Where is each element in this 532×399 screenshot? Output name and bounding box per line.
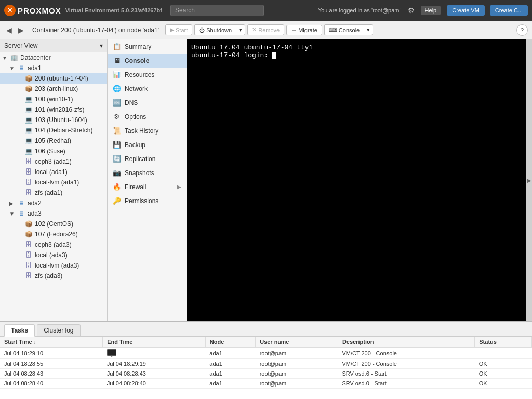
virtual-env-text: Virtual Environment 5.0-23/af4267bf xyxy=(65,7,162,14)
nav-label-replication: Replication xyxy=(125,155,155,163)
tree-item-ceph3-ada3[interactable]: 🗄ceph3 (ada3) xyxy=(0,240,107,250)
tree-label-local-lvm-ada1: local-lvm (ada1) xyxy=(35,179,79,186)
tree-icon-ada1: 🖥 xyxy=(17,64,26,72)
topbar: ✕ PROXMOX Virtual Environment 5.0-23/af4… xyxy=(0,0,532,21)
nav-item-options[interactable]: ⚙Options xyxy=(108,110,187,124)
logo-icon: ✕ xyxy=(4,5,16,16)
nav-label-resources: Resources xyxy=(125,71,154,78)
nav-item-console[interactable]: 🖥Console xyxy=(108,54,187,68)
nav-item-firewall[interactable]: 🔥Firewall▶ xyxy=(108,180,187,194)
col-description[interactable]: Description xyxy=(338,337,474,348)
cell-node-3: ada1 xyxy=(205,379,255,389)
task-table: Start Time ↓ End Time Node User name Des… xyxy=(0,337,532,399)
tree-item-zfs-ada1[interactable]: 🗄zfs (ada1) xyxy=(0,188,107,198)
server-view-header[interactable]: Server View ▾ xyxy=(0,39,107,52)
console-area[interactable]: Ubuntu 17.04 ubuntu-17-04 tty1 ubuntu-17… xyxy=(187,39,526,321)
tree-item-vm105[interactable]: 💻105 (Redhat) xyxy=(0,136,107,146)
help-icon-button[interactable]: ? xyxy=(516,24,528,36)
start-button[interactable]: ▶ Start xyxy=(165,24,192,35)
table-row[interactable]: Jul 04 18:28:55Jul 04 18:29:19ada1root@p… xyxy=(0,359,532,369)
table-row[interactable]: Jul 04 18:29:10ada1root@pamVM/CT 200 - C… xyxy=(0,348,532,359)
tree-item-ct107[interactable]: 📦107 (Fedora26) xyxy=(0,229,107,240)
help-button[interactable]: Help xyxy=(421,6,441,15)
shutdown-dropdown[interactable]: ▾ xyxy=(236,24,245,35)
cell-end_time-1: Jul 04 18:29:19 xyxy=(103,359,206,369)
tree-item-zfs-ada3[interactable]: 🗄zfs (ada3) xyxy=(0,271,107,281)
col-node[interactable]: Node xyxy=(205,337,255,348)
shutdown-button[interactable]: ⏻ Shutdown xyxy=(194,24,236,35)
bottom-panel: Tasks Cluster log Start Time ↓ End Time … xyxy=(0,321,532,399)
tree-item-ada1[interactable]: ▼🖥ada1 xyxy=(0,63,107,73)
tree-item-ct200[interactable]: 📦200 (ubuntu-17-04) xyxy=(0,73,107,84)
tree-item-local-lvm-ada3[interactable]: 🗄local-lvm (ada3) xyxy=(0,260,107,271)
console-line-1: Ubuntu 17.04 ubuntu-17-04 tty1 xyxy=(191,44,522,51)
tree-icon-ceph3-ada1: 🗄 xyxy=(24,157,33,166)
tree-label-ceph3-ada3: ceph3 (ada3) xyxy=(35,241,72,248)
nav-item-network[interactable]: 🌐Network xyxy=(108,82,187,96)
nav-item-backup[interactable]: 💾Backup xyxy=(108,138,187,152)
tree-item-vm104[interactable]: 💻104 (Debian-Stretch) xyxy=(0,125,107,136)
user-info: You are logged in as 'root@pam' xyxy=(318,7,401,14)
tab-cluster-log[interactable]: Cluster log xyxy=(37,324,80,336)
migrate-button[interactable]: → Migrate xyxy=(286,25,322,35)
remove-button[interactable]: ✕ Remove xyxy=(247,24,284,35)
nav-back-button[interactable]: ◀ xyxy=(4,25,14,35)
create-vm-button[interactable]: Create VM xyxy=(447,5,485,16)
nav-label-firewall: Firewall xyxy=(125,183,146,191)
tree-label-vm100: 100 (win10-1) xyxy=(35,96,73,103)
tree-item-ada3[interactable]: ▼🖥ada3 xyxy=(0,208,107,219)
tree-item-local-lvm-ada1[interactable]: 🗄local-lvm (ada1) xyxy=(0,177,107,188)
console-button[interactable]: ⌨ Console xyxy=(324,24,364,35)
tree-label-zfs-ada1: zfs (ada1) xyxy=(35,189,62,196)
col-user-name[interactable]: User name xyxy=(256,337,338,348)
col-start-time[interactable]: Start Time ↓ xyxy=(0,337,103,348)
tree-item-ada2[interactable]: ▶🖥ada2 xyxy=(0,198,107,208)
tree-icon-zfs-ada1: 🗄 xyxy=(24,189,33,197)
tree-item-vm101[interactable]: 💻101 (win2016-zfs) xyxy=(0,104,107,115)
nav-forward-button[interactable]: ▶ xyxy=(16,25,26,35)
tree-item-ceph3-ada1[interactable]: 🗄ceph3 (ada1) xyxy=(0,156,107,167)
tree-item-datacenter[interactable]: ▼🏢Datacenter xyxy=(0,52,107,63)
cell-node-1: ada1 xyxy=(205,359,255,369)
cursor-block xyxy=(272,52,276,59)
col-status[interactable]: Status xyxy=(475,337,532,348)
table-row[interactable]: Jul 04 08:28:40Jul 04 08:28:40ada1root@p… xyxy=(0,379,532,389)
collapse-handle[interactable]: ▶ xyxy=(526,39,532,321)
table-row[interactable]: Jul 04 08:28:43Jul 04 08:28:43ada1root@p… xyxy=(0,369,532,379)
task-rows: Jul 04 18:29:10ada1root@pamVM/CT 200 - C… xyxy=(0,348,532,389)
tree-icon-local-ada1: 🗄 xyxy=(24,168,33,176)
tree-item-vm100[interactable]: 💻100 (win10-1) xyxy=(0,94,107,104)
console-dropdown[interactable]: ▾ xyxy=(364,24,373,35)
tree-item-local-ada3[interactable]: 🗄local (ada3) xyxy=(0,250,107,260)
col-end-time[interactable]: End Time xyxy=(103,337,206,348)
tab-tasks[interactable]: Tasks xyxy=(4,324,35,337)
nav-item-summary[interactable]: 📋Summary xyxy=(108,39,187,54)
tree-expand-ada3: ▼ xyxy=(9,211,17,217)
nav-icon-permissions: 🔑 xyxy=(113,197,121,205)
nav-item-resources[interactable]: 📊Resources xyxy=(108,68,187,82)
nav-label-options: Options xyxy=(125,113,146,121)
cell-user_name-1: root@pam xyxy=(256,359,338,369)
nav-item-dns[interactable]: 🔤DNS xyxy=(108,96,187,110)
nav-item-permissions[interactable]: 🔑Permissions xyxy=(108,194,187,208)
container-toolbar: ◀ ▶ Container 200 ('ubuntu-17-04') on no… xyxy=(0,21,532,39)
nav-label-summary: Summary xyxy=(125,43,151,50)
tree-item-ct102[interactable]: 📦102 (CentOS) xyxy=(0,219,107,229)
tree-item-ct203[interactable]: 📦203 (arch-linux) xyxy=(0,84,107,94)
nav-panel: 📋Summary🖥Console📊Resources🌐Network🔤DNS⚙O… xyxy=(108,39,187,321)
nav-item-snapshots[interactable]: 📷Snapshots xyxy=(108,166,187,180)
create-ct-button[interactable]: Create C... xyxy=(490,5,528,16)
gear-icon[interactable]: ⚙ xyxy=(408,6,415,15)
tree-item-vm103[interactable]: 💻103 (Ubuntu-1604) xyxy=(0,115,107,125)
tree-icon-local-lvm-ada1: 🗄 xyxy=(24,178,33,187)
nav-icon-summary: 📋 xyxy=(113,43,121,50)
nav-item-task_history[interactable]: 📜Task History xyxy=(108,124,187,138)
nav-item-replication[interactable]: 🔄Replication xyxy=(108,152,187,166)
tree-label-ct203: 203 (arch-linux) xyxy=(35,85,78,92)
tree-icon-local-ada3: 🗄 xyxy=(24,251,33,259)
search-input[interactable] xyxy=(170,5,264,16)
tree-item-local-ada1[interactable]: 🗄local (ada1) xyxy=(0,167,107,177)
tree-item-vm106[interactable]: 💻106 (Suse) xyxy=(0,146,107,156)
nav-icon-task_history: 📜 xyxy=(113,127,121,135)
tree-icon-ceph3-ada3: 🗄 xyxy=(24,241,33,249)
